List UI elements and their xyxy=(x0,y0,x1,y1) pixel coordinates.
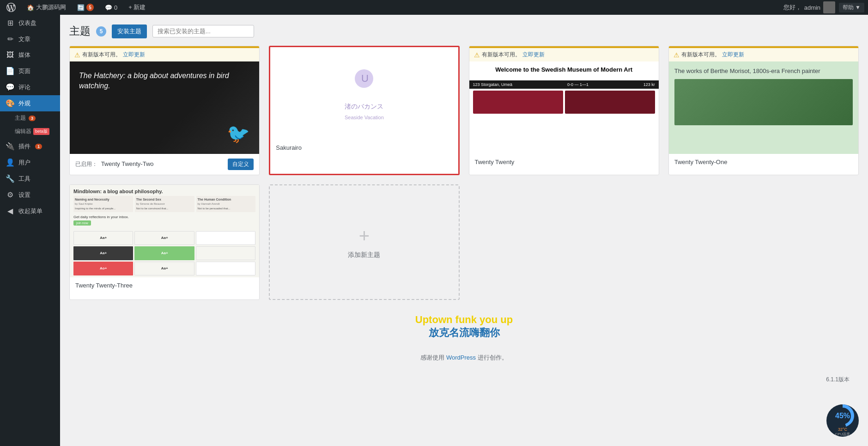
sidebar-item-label-settings: 设置 xyxy=(18,191,30,199)
update-text-tt: 有新版本可用。 xyxy=(482,51,521,59)
theme-footer-tt3: Twenty Twenty-Three xyxy=(70,277,259,293)
update-text-tt2: 有新版本可用。 xyxy=(82,51,121,59)
themes-grid: ⚠ 有新版本可用。 立即更新 The Hatchery: a blog abou… xyxy=(69,46,859,300)
sidebar-item-dashboard[interactable]: ⊞ 仪表盘 xyxy=(0,15,60,31)
tt-color-blocks xyxy=(469,89,659,116)
themes-submenu-label: 主题 xyxy=(15,114,26,122)
cpu-percent: 45% xyxy=(835,412,850,420)
theme-name-tt2: Twenty Twenty-Two xyxy=(101,160,154,167)
install-theme-button[interactable]: 安装主题 xyxy=(112,24,147,38)
sidebar-item-label-users: 用户 xyxy=(18,159,30,167)
cpu-label: CPU温度 xyxy=(835,432,850,437)
sidebar-item-plugins[interactable]: 🔌 插件 1 xyxy=(0,138,60,154)
page-title: 主题 xyxy=(69,24,91,38)
user-area[interactable]: 您好， admin xyxy=(783,1,835,13)
music-text-area: Uptown funk you up 放克名流嗨翻你 xyxy=(69,309,859,344)
new-label: + 新建 xyxy=(128,3,146,12)
theme-card-sakurairo[interactable]: U 渚のバカンス Seaside Vacation Sakurairo xyxy=(269,46,459,175)
editor-submenu-label: 编辑器 xyxy=(15,128,31,135)
plugins-icon: 🔌 xyxy=(6,142,15,151)
sidebar-subitem-themes[interactable]: 主题 3 xyxy=(0,111,60,125)
sidebar-item-pages[interactable]: 📄 页面 xyxy=(0,63,60,79)
theme-card-tt1[interactable]: ⚠ 有新版本可用。 立即更新 The works of Berthe Moris… xyxy=(668,46,859,175)
sidebar-item-label-posts: 文章 xyxy=(18,35,30,43)
system-widget: 45% 32°C CPU温度 xyxy=(826,404,859,437)
tt3-block3 xyxy=(196,231,255,245)
customize-button-tt2[interactable]: 自定义 xyxy=(228,159,254,170)
sidebar-item-label-comments: 评论 xyxy=(18,83,30,92)
update-warning-icon: ⚠ xyxy=(74,51,80,59)
theme-count-badge: 5 xyxy=(96,26,106,37)
update-link-tt[interactable]: 立即更新 xyxy=(522,51,545,59)
themes-badge: 3 xyxy=(29,116,36,121)
search-themes-input[interactable] xyxy=(152,25,254,37)
tt3-block8: Aa+ xyxy=(134,262,194,275)
page-header: 主题 5 安装主题 xyxy=(69,24,859,38)
sidebar-subitem-editor[interactable]: 编辑器 beta版 xyxy=(0,125,60,138)
wp-logo[interactable] xyxy=(4,0,18,15)
theme-update-notice-tt1: ⚠ 有新版本可用。 立即更新 xyxy=(669,46,858,61)
sidebar-item-media[interactable]: 🖼 媒体 xyxy=(0,47,60,63)
sakura-jp-text: 渚のバカンス xyxy=(345,103,383,111)
theme-screenshot-sakurairo: U 渚のバカンス Seaside Vacation xyxy=(270,47,458,140)
sidebar-item-label-media: 媒体 xyxy=(18,51,30,59)
collapse-icon: ◀ xyxy=(6,207,15,215)
tt1-image xyxy=(674,79,853,125)
theme-card-tt3[interactable]: Mindblown: a blog about philosophy. Nami… xyxy=(69,184,260,300)
sidebar-item-users[interactable]: 👤 用户 xyxy=(0,154,60,171)
theme-card-tt[interactable]: ⚠ 有新版本可用。 立即更新 Welcome to the Swedish Mu… xyxy=(469,46,659,175)
add-theme-label: 添加新主题 xyxy=(348,251,380,259)
tt3-content: Mindblown: a blog about philosophy. Nami… xyxy=(70,185,259,229)
theme-screenshot-tt3: Mindblown: a blog about philosophy. Nami… xyxy=(70,185,259,277)
site-name[interactable]: 🏠 大鹏源码网 xyxy=(24,0,69,15)
sidebar-item-appearance[interactable]: 🎨 外观 xyxy=(0,95,60,111)
music-line1: Uptown funk you up xyxy=(69,314,859,326)
help-button[interactable]: 帮助 ▼ xyxy=(839,3,864,12)
theme-card-tt2[interactable]: ⚠ 有新版本可用。 立即更新 The Hatchery: a blog abou… xyxy=(69,46,260,175)
sidebar-item-posts[interactable]: ✏ 文章 xyxy=(0,31,60,47)
theme-footer-tt2: 已启用： Twenty Twenty-Two 自定义 xyxy=(70,154,259,175)
sidebar-item-tools[interactable]: 🔧 工具 xyxy=(0,171,60,187)
sakura-logo: U xyxy=(350,67,378,99)
tt3-block6 xyxy=(196,246,255,260)
admin-bar: 🏠 大鹏源码网 🔄 5 💬 0 + 新建 您好， admin 帮助 ▼ xyxy=(0,0,868,15)
updates-item[interactable]: 🔄 5 xyxy=(74,0,97,15)
sidebar-item-label-tools: 工具 xyxy=(18,175,30,183)
user-avatar xyxy=(823,1,835,13)
bird-decoration: 🐦 xyxy=(227,123,250,145)
tt3-post2: The Second Sex by Simone de Beauvoir Not… xyxy=(135,196,194,212)
theme-footer-tt1: Twenty Twenty-One xyxy=(669,154,858,170)
updates-count: 5 xyxy=(86,4,94,11)
add-theme-card[interactable]: + 添加新主题 xyxy=(269,184,459,300)
users-icon: 👤 xyxy=(6,158,15,167)
tt-block-red xyxy=(473,91,563,114)
main-layout: ⊞ 仪表盘 ✏ 文章 🖼 媒体 📄 页面 💬 评论 🎨 外观 主题 3 编辑器 xyxy=(0,15,868,446)
update-link-tt1[interactable]: 立即更新 xyxy=(722,51,744,59)
sidebar-collapse-button[interactable]: ◀ 收起菜单 xyxy=(0,203,60,219)
posts-icon: ✏ xyxy=(6,35,15,43)
theme-screenshot-tt2: The Hatchery: a blog about adventures in… xyxy=(70,61,259,154)
theme-screenshot-tt: Welcome to the Swedish Museum of Modern … xyxy=(469,61,659,154)
sidebar-item-label-appearance: 外观 xyxy=(18,99,30,108)
theme-update-notice-tt2: ⚠ 有新版本可用。 立即更新 xyxy=(70,46,259,61)
theme-bg-tt2: The Hatchery: a blog about adventures in… xyxy=(70,61,259,154)
new-content-button[interactable]: + 新建 xyxy=(126,0,148,15)
tt1-painter-text: The works of Berthe Morisot, 1800s-era F… xyxy=(674,67,853,75)
appearance-icon: 🎨 xyxy=(6,99,15,108)
comments-item[interactable]: 💬 0 xyxy=(102,0,120,15)
footer-wp-link[interactable]: WordPress xyxy=(446,354,476,361)
update-link-tt2[interactable]: 立即更新 xyxy=(123,51,145,59)
theme-name-tt: Twenty Twenty xyxy=(475,159,515,165)
dashboard-icon: ⊞ xyxy=(6,18,15,27)
settings-icon: ⚙ xyxy=(6,190,15,199)
sidebar-item-settings[interactable]: ⚙ 设置 xyxy=(0,187,60,203)
sidebar-item-comments[interactable]: 💬 评论 xyxy=(0,79,60,95)
active-badge-tt2: 已启用： xyxy=(75,161,97,167)
theme-name-sakurairo: Sakurairo xyxy=(276,144,302,151)
admin-menu: ⊞ 仪表盘 ✏ 文章 🖼 媒体 📄 页面 💬 评论 🎨 外观 主题 3 编辑器 xyxy=(0,15,60,446)
adminbar-left: 🏠 大鹏源码网 🔄 5 💬 0 + 新建 xyxy=(4,0,783,15)
footer-suffix: 进行创作。 xyxy=(478,354,508,361)
comments-menu-icon: 💬 xyxy=(6,83,15,92)
tt-nav-bar: 123 Storgatan, Umeä 0-0 — 1—1 123 kr xyxy=(469,80,659,89)
add-theme-plus-icon: + xyxy=(359,226,370,246)
